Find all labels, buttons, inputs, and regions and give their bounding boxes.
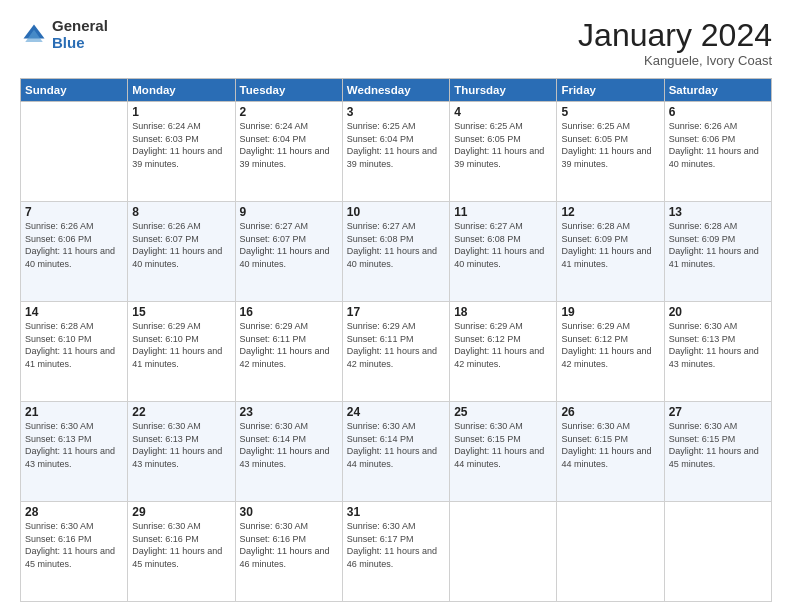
day-number: 9	[240, 205, 338, 219]
calendar-cell: 2Sunrise: 6:24 AMSunset: 6:04 PMDaylight…	[235, 102, 342, 202]
day-info: Sunrise: 6:30 AMSunset: 6:13 PMDaylight:…	[132, 420, 230, 470]
day-number: 30	[240, 505, 338, 519]
calendar-cell: 5Sunrise: 6:25 AMSunset: 6:05 PMDaylight…	[557, 102, 664, 202]
day-number: 10	[347, 205, 445, 219]
calendar-cell: 12Sunrise: 6:28 AMSunset: 6:09 PMDayligh…	[557, 202, 664, 302]
calendar-cell: 28Sunrise: 6:30 AMSunset: 6:16 PMDayligh…	[21, 502, 128, 602]
weekday-header-wednesday: Wednesday	[342, 79, 449, 102]
calendar-cell: 30Sunrise: 6:30 AMSunset: 6:16 PMDayligh…	[235, 502, 342, 602]
day-number: 31	[347, 505, 445, 519]
day-number: 14	[25, 305, 123, 319]
location-subtitle: Kanguele, Ivory Coast	[578, 53, 772, 68]
calendar-cell: 21Sunrise: 6:30 AMSunset: 6:13 PMDayligh…	[21, 402, 128, 502]
day-info: Sunrise: 6:30 AMSunset: 6:15 PMDaylight:…	[669, 420, 767, 470]
day-info: Sunrise: 6:30 AMSunset: 6:16 PMDaylight:…	[25, 520, 123, 570]
logo-blue: Blue	[52, 35, 108, 52]
day-number: 26	[561, 405, 659, 419]
day-number: 28	[25, 505, 123, 519]
day-number: 19	[561, 305, 659, 319]
weekday-header-monday: Monday	[128, 79, 235, 102]
day-info: Sunrise: 6:30 AMSunset: 6:16 PMDaylight:…	[240, 520, 338, 570]
calendar-cell: 18Sunrise: 6:29 AMSunset: 6:12 PMDayligh…	[450, 302, 557, 402]
calendar-week-row: 7Sunrise: 6:26 AMSunset: 6:06 PMDaylight…	[21, 202, 772, 302]
day-info: Sunrise: 6:27 AMSunset: 6:07 PMDaylight:…	[240, 220, 338, 270]
logo-icon	[20, 21, 48, 49]
day-info: Sunrise: 6:30 AMSunset: 6:16 PMDaylight:…	[132, 520, 230, 570]
day-number: 27	[669, 405, 767, 419]
weekday-header-friday: Friday	[557, 79, 664, 102]
day-number: 21	[25, 405, 123, 419]
calendar-cell: 20Sunrise: 6:30 AMSunset: 6:13 PMDayligh…	[664, 302, 771, 402]
calendar-cell: 15Sunrise: 6:29 AMSunset: 6:10 PMDayligh…	[128, 302, 235, 402]
logo-text: General Blue	[52, 18, 108, 51]
day-info: Sunrise: 6:30 AMSunset: 6:14 PMDaylight:…	[240, 420, 338, 470]
day-info: Sunrise: 6:29 AMSunset: 6:11 PMDaylight:…	[240, 320, 338, 370]
calendar-cell: 8Sunrise: 6:26 AMSunset: 6:07 PMDaylight…	[128, 202, 235, 302]
day-number: 15	[132, 305, 230, 319]
calendar-cell	[664, 502, 771, 602]
day-info: Sunrise: 6:30 AMSunset: 6:17 PMDaylight:…	[347, 520, 445, 570]
day-number: 5	[561, 105, 659, 119]
calendar-cell: 29Sunrise: 6:30 AMSunset: 6:16 PMDayligh…	[128, 502, 235, 602]
title-block: January 2024 Kanguele, Ivory Coast	[578, 18, 772, 68]
day-number: 20	[669, 305, 767, 319]
calendar-cell: 1Sunrise: 6:24 AMSunset: 6:03 PMDaylight…	[128, 102, 235, 202]
weekday-header-saturday: Saturday	[664, 79, 771, 102]
weekday-header-row: SundayMondayTuesdayWednesdayThursdayFrid…	[21, 79, 772, 102]
day-number: 12	[561, 205, 659, 219]
calendar-cell: 19Sunrise: 6:29 AMSunset: 6:12 PMDayligh…	[557, 302, 664, 402]
day-number: 16	[240, 305, 338, 319]
day-info: Sunrise: 6:29 AMSunset: 6:10 PMDaylight:…	[132, 320, 230, 370]
calendar-cell: 13Sunrise: 6:28 AMSunset: 6:09 PMDayligh…	[664, 202, 771, 302]
calendar-week-row: 1Sunrise: 6:24 AMSunset: 6:03 PMDaylight…	[21, 102, 772, 202]
calendar-week-row: 28Sunrise: 6:30 AMSunset: 6:16 PMDayligh…	[21, 502, 772, 602]
day-info: Sunrise: 6:30 AMSunset: 6:13 PMDaylight:…	[669, 320, 767, 370]
day-number: 7	[25, 205, 123, 219]
day-info: Sunrise: 6:29 AMSunset: 6:12 PMDaylight:…	[454, 320, 552, 370]
logo-general: General	[52, 18, 108, 35]
calendar-week-row: 21Sunrise: 6:30 AMSunset: 6:13 PMDayligh…	[21, 402, 772, 502]
day-info: Sunrise: 6:24 AMSunset: 6:03 PMDaylight:…	[132, 120, 230, 170]
day-info: Sunrise: 6:30 AMSunset: 6:13 PMDaylight:…	[25, 420, 123, 470]
calendar-cell	[21, 102, 128, 202]
day-number: 4	[454, 105, 552, 119]
calendar-cell: 22Sunrise: 6:30 AMSunset: 6:13 PMDayligh…	[128, 402, 235, 502]
calendar-cell: 16Sunrise: 6:29 AMSunset: 6:11 PMDayligh…	[235, 302, 342, 402]
day-info: Sunrise: 6:27 AMSunset: 6:08 PMDaylight:…	[347, 220, 445, 270]
calendar-cell: 24Sunrise: 6:30 AMSunset: 6:14 PMDayligh…	[342, 402, 449, 502]
day-info: Sunrise: 6:26 AMSunset: 6:06 PMDaylight:…	[25, 220, 123, 270]
day-number: 13	[669, 205, 767, 219]
day-number: 11	[454, 205, 552, 219]
day-info: Sunrise: 6:30 AMSunset: 6:14 PMDaylight:…	[347, 420, 445, 470]
day-info: Sunrise: 6:29 AMSunset: 6:11 PMDaylight:…	[347, 320, 445, 370]
calendar-cell: 31Sunrise: 6:30 AMSunset: 6:17 PMDayligh…	[342, 502, 449, 602]
calendar-cell: 10Sunrise: 6:27 AMSunset: 6:08 PMDayligh…	[342, 202, 449, 302]
day-info: Sunrise: 6:26 AMSunset: 6:06 PMDaylight:…	[669, 120, 767, 170]
day-info: Sunrise: 6:30 AMSunset: 6:15 PMDaylight:…	[454, 420, 552, 470]
month-title: January 2024	[578, 18, 772, 53]
calendar-cell: 23Sunrise: 6:30 AMSunset: 6:14 PMDayligh…	[235, 402, 342, 502]
calendar-cell: 14Sunrise: 6:28 AMSunset: 6:10 PMDayligh…	[21, 302, 128, 402]
day-info: Sunrise: 6:24 AMSunset: 6:04 PMDaylight:…	[240, 120, 338, 170]
page-header: General Blue January 2024 Kanguele, Ivor…	[20, 18, 772, 68]
day-info: Sunrise: 6:25 AMSunset: 6:05 PMDaylight:…	[454, 120, 552, 170]
day-number: 22	[132, 405, 230, 419]
day-number: 8	[132, 205, 230, 219]
calendar-cell: 11Sunrise: 6:27 AMSunset: 6:08 PMDayligh…	[450, 202, 557, 302]
day-number: 29	[132, 505, 230, 519]
calendar-cell: 9Sunrise: 6:27 AMSunset: 6:07 PMDaylight…	[235, 202, 342, 302]
weekday-header-sunday: Sunday	[21, 79, 128, 102]
day-number: 25	[454, 405, 552, 419]
day-info: Sunrise: 6:28 AMSunset: 6:10 PMDaylight:…	[25, 320, 123, 370]
calendar-cell: 6Sunrise: 6:26 AMSunset: 6:06 PMDaylight…	[664, 102, 771, 202]
calendar-cell: 27Sunrise: 6:30 AMSunset: 6:15 PMDayligh…	[664, 402, 771, 502]
calendar-cell: 26Sunrise: 6:30 AMSunset: 6:15 PMDayligh…	[557, 402, 664, 502]
day-info: Sunrise: 6:25 AMSunset: 6:04 PMDaylight:…	[347, 120, 445, 170]
day-info: Sunrise: 6:30 AMSunset: 6:15 PMDaylight:…	[561, 420, 659, 470]
calendar-cell: 7Sunrise: 6:26 AMSunset: 6:06 PMDaylight…	[21, 202, 128, 302]
day-number: 3	[347, 105, 445, 119]
calendar-cell	[557, 502, 664, 602]
calendar-cell	[450, 502, 557, 602]
calendar-table: SundayMondayTuesdayWednesdayThursdayFrid…	[20, 78, 772, 602]
day-number: 18	[454, 305, 552, 319]
